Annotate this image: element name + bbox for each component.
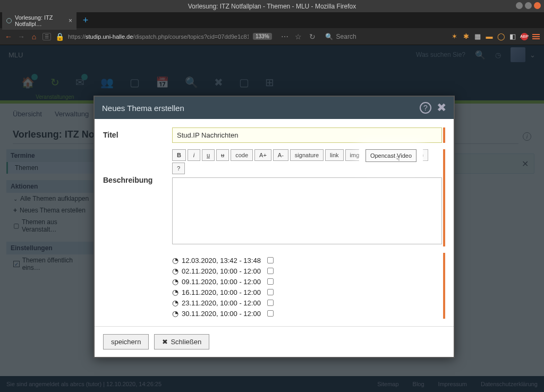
reader-mode-icon[interactable]: ☰	[42, 33, 51, 40]
tab-title: Vorlesung: ITZ Notfallpl…	[15, 14, 65, 27]
toolbar-italic[interactable]: i	[188, 149, 200, 161]
clock-icon: ◔	[172, 309, 178, 318]
clock-icon: ◔	[172, 288, 178, 296]
date-row: ◔16.11.2020, 10:00 - 12:00	[172, 287, 442, 297]
dialog-title: Neues Thema erstellen	[102, 104, 184, 113]
tab-loading-icon	[6, 18, 12, 23]
description-textarea[interactable]	[172, 177, 442, 244]
zoom-level[interactable]: 133%	[253, 33, 272, 40]
browser-search[interactable]: 🔍 Search	[325, 33, 446, 40]
toolbar-font-larger[interactable]: A+	[254, 149, 271, 161]
toolbar-underline[interactable]: u	[202, 149, 215, 161]
clock-icon: ◔	[172, 267, 178, 275]
permissions-icon[interactable]: ⋯	[280, 32, 289, 41]
ext-icon-1[interactable]: ✶	[450, 33, 458, 40]
search-icon: 🔍	[325, 33, 333, 40]
window-minimize[interactable]	[516, 2, 523, 9]
date-checkbox[interactable]	[267, 268, 274, 274]
tab-close-icon[interactable]: ×	[69, 17, 72, 24]
toolbar-font-smaller[interactable]: A-	[273, 149, 288, 161]
date-row: ◔12.03.2020, 13:42 - 13:48	[172, 255, 442, 266]
browser-tab[interactable]: Vorlesung: ITZ Notfallpl… ×	[2, 11, 76, 30]
clock-icon: ◔	[172, 299, 178, 307]
window-controls	[516, 2, 541, 9]
toolbar-code[interactable]: code	[231, 149, 253, 161]
window-close[interactable]	[534, 2, 541, 9]
browser-toolbar-icons: ✶ ✱ ▦ ▬ ◯ ◧ ABP	[450, 33, 540, 40]
nav-home-icon[interactable]: ⌂	[30, 32, 38, 41]
dates-list: ◔12.03.2020, 13:42 - 13:48 ◔02.11.2020, …	[172, 253, 445, 319]
window-title: Vorlesung: ITZ Notfallplan - Themen - ML…	[188, 3, 356, 10]
toolbar-opencast-video[interactable]: Opencast Video ☟	[366, 149, 416, 162]
dialog-new-topic: Neues Thema erstellen ? ✖ Titel Beschrei…	[94, 96, 455, 358]
url-text[interactable]: https://studip.uni-halle.de/dispatch.php…	[68, 33, 249, 40]
dialog-help-icon[interactable]: ?	[420, 102, 431, 114]
toolbar-link[interactable]: link	[325, 149, 344, 161]
editor-toolbar: B i u u code A+ A- signature link img :)…	[172, 149, 442, 174]
title-input[interactable]	[172, 127, 442, 143]
date-row: ◔23.11.2020, 10:00 - 12:00	[172, 297, 442, 308]
bookmark-icon[interactable]: ☆	[294, 32, 303, 41]
browser-urlbar: ← → ⌂ ☰ 🔒 https://studip.uni-halle.de/di…	[0, 28, 544, 45]
close-icon: ✖	[162, 338, 168, 346]
save-button[interactable]: speichern	[103, 334, 149, 350]
dialog-body: Titel Beschreibung B i u u code A+ A- si…	[95, 119, 454, 326]
date-checkbox[interactable]	[267, 300, 274, 306]
date-row: ◔30.11.2020, 10:00 - 12:00	[172, 308, 442, 319]
toolbar-bold[interactable]: B	[172, 149, 186, 161]
toolbar-signature[interactable]: signature	[290, 149, 324, 161]
ext-icon-4[interactable]: ▬	[486, 33, 493, 40]
close-button[interactable]: ✖Schließen	[154, 334, 209, 350]
toolbar-strike[interactable]: u	[216, 149, 229, 161]
opencast-highlight: Opencast Video ☟	[362, 146, 420, 165]
date-checkbox[interactable]	[267, 278, 274, 285]
browser-menu-icon[interactable]	[532, 33, 540, 40]
ext-icon-2[interactable]: ✱	[462, 33, 470, 40]
toolbar-img[interactable]: img	[345, 149, 364, 161]
date-checkbox[interactable]	[267, 257, 274, 263]
search-placeholder: Search	[336, 33, 356, 40]
dialog-close-icon[interactable]: ✖	[437, 101, 446, 115]
ext-icon-5[interactable]: ◯	[497, 33, 505, 40]
dialog-header: Neues Thema erstellen ? ✖	[95, 97, 454, 119]
nav-back-icon[interactable]: ←	[4, 32, 13, 41]
nav-forward-icon: →	[17, 32, 26, 41]
new-tab-button[interactable]: +	[79, 13, 92, 27]
date-row: ◔09.11.2020, 10:00 - 12:00	[172, 276, 442, 287]
lock-icon[interactable]: 🔒	[55, 32, 64, 41]
window-titlebar: Vorlesung: ITZ Notfallplan - Themen - ML…	[0, 0, 544, 12]
window-maximize[interactable]	[525, 2, 532, 9]
dialog-footer: speichern ✖Schließen	[95, 326, 454, 357]
browser-tabbar: Vorlesung: ITZ Notfallpl… × +	[0, 12, 544, 28]
reload-icon[interactable]: ↻	[308, 32, 317, 41]
label-description: Beschreibung	[103, 149, 172, 246]
date-checkbox[interactable]	[267, 289, 274, 295]
ext-icon-6[interactable]: ◧	[509, 33, 516, 40]
toolbar-help[interactable]: ?	[172, 163, 185, 174]
ext-abp-icon[interactable]: ABP	[521, 33, 528, 40]
date-row: ◔02.11.2020, 10:00 - 12:00	[172, 266, 442, 276]
clock-icon: ◔	[172, 256, 178, 265]
date-checkbox[interactable]	[267, 310, 274, 317]
ext-icon-3[interactable]: ▦	[474, 33, 481, 40]
clock-icon: ◔	[172, 277, 178, 286]
label-title: Titel	[103, 127, 172, 143]
